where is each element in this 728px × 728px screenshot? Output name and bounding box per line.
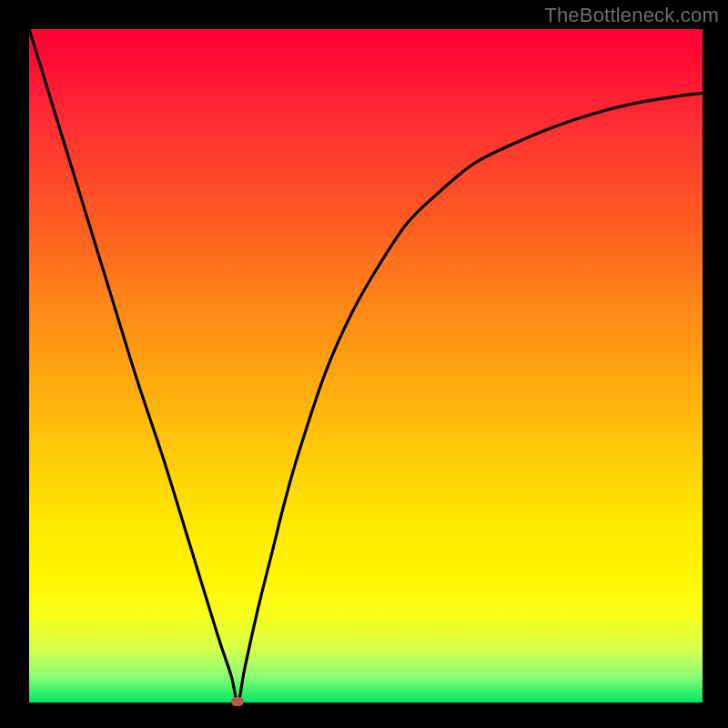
chart-container: TheBottleneck.com — [0, 0, 728, 728]
watermark-text: TheBottleneck.com — [544, 4, 719, 27]
plot-area — [29, 29, 703, 703]
curve-svg — [29, 29, 703, 703]
vertex-marker — [231, 697, 244, 706]
curve-path — [29, 29, 703, 703]
